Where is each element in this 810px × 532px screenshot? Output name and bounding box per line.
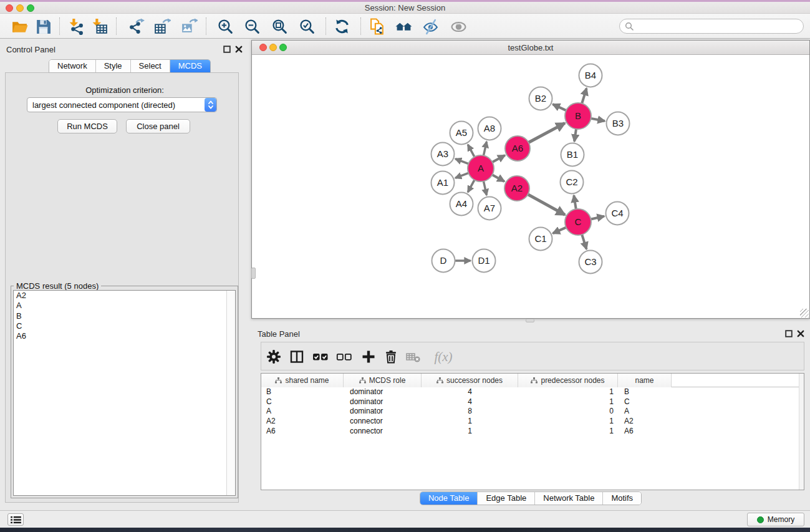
network-document-icon xyxy=(369,18,386,35)
zoom-selected-button[interactable] xyxy=(296,16,318,36)
tab-network-table[interactable]: Network Table xyxy=(534,492,602,505)
select-all-button[interactable] xyxy=(312,349,329,364)
float-table-panel-icon[interactable] xyxy=(785,330,793,337)
graph-edge-A-A7[interactable] xyxy=(483,181,486,195)
graph-edge-B-B4[interactable] xyxy=(582,89,587,104)
zoom-out-button[interactable] xyxy=(241,16,263,36)
zoom-in-button[interactable] xyxy=(214,16,236,36)
graph-edge-A-A1[interactable] xyxy=(455,173,468,178)
delete-table-button[interactable] xyxy=(405,349,422,364)
graph-edge-A6-B[interactable] xyxy=(529,123,565,142)
column-header-predecessor-nodes[interactable]: predecessor nodes xyxy=(518,374,618,387)
criterion-dropdown[interactable]: largest connected component (directed) xyxy=(27,97,217,112)
import-table-button[interactable] xyxy=(88,16,110,36)
graph-node-label: A4 xyxy=(456,198,467,209)
window-title: Session: New Session xyxy=(0,3,810,12)
deselect-all-button[interactable] xyxy=(336,349,352,364)
show-column-button[interactable] xyxy=(289,349,305,364)
graph-edge-A-A2[interactable] xyxy=(492,175,504,181)
network-canvas[interactable]: B4B2BB3A5A8A6B1A3AC2A1A2A4A7C4CC1C3DD1 xyxy=(252,55,809,318)
cell-predecessor-nodes: 0 xyxy=(518,407,618,417)
table-settings-button[interactable] xyxy=(266,349,282,364)
save-icon xyxy=(35,18,52,35)
table-row[interactable]: A2connector11A2 xyxy=(261,417,799,427)
column-header-shared-name[interactable]: shared name xyxy=(261,374,344,387)
network-graph-svg: B4B2BB3A5A8A6B1A3AC2A1A2A4A7C4CC1C3DD1 xyxy=(252,55,809,318)
refresh-button[interactable] xyxy=(330,16,353,36)
left-edge-grip[interactable] xyxy=(251,268,256,279)
tab-node-table[interactable]: Node Table xyxy=(420,492,478,505)
export-table-button[interactable] xyxy=(151,16,173,36)
result-item[interactable]: C xyxy=(14,321,235,331)
table-scrollbar[interactable] xyxy=(799,374,804,490)
tab-motifs[interactable]: Motifs xyxy=(602,492,641,505)
open-session-button[interactable] xyxy=(8,16,31,36)
network-window-titlebar[interactable]: testGlobe.txt xyxy=(252,41,809,55)
export-image-button[interactable] xyxy=(178,16,200,36)
network-document-button[interactable] xyxy=(366,16,388,36)
table-row[interactable]: A6connector11A6 xyxy=(261,427,799,437)
tab-select[interactable]: Select xyxy=(130,60,170,72)
task-history-button[interactable] xyxy=(7,513,24,526)
control-panel: Control Panel NetworkStyleSelectMCDS Opt… xyxy=(0,39,249,510)
memory-button[interactable]: Memory xyxy=(747,513,804,526)
graph-edge-A-A6[interactable] xyxy=(492,155,504,162)
cell-mcds-role: connector xyxy=(344,427,422,437)
table-tabs-row: Node TableEdge TableNetwork TableMotifs xyxy=(251,491,810,505)
control-panel-title: Control Panel xyxy=(6,45,55,54)
graph-edge-B-B2[interactable] xyxy=(552,104,566,110)
save-session-button[interactable] xyxy=(32,16,54,36)
column-header-mcds-role[interactable]: MCDS role xyxy=(344,374,422,387)
close-panel-button[interactable]: Close panel xyxy=(126,119,190,133)
tab-style[interactable]: Style xyxy=(95,60,130,72)
search-icon xyxy=(625,22,634,31)
tab-network[interactable]: Network xyxy=(49,60,95,72)
column-header-successor-nodes[interactable]: successor nodes xyxy=(422,374,518,387)
home-button[interactable] xyxy=(392,16,415,36)
graph-edge-B-B1[interactable] xyxy=(574,129,576,142)
delete-column-button[interactable] xyxy=(383,349,399,364)
add-column-button[interactable] xyxy=(360,349,377,364)
graph-edge-A2-C[interactable] xyxy=(528,195,565,215)
show-view-button[interactable] xyxy=(447,16,470,36)
export-network-button[interactable] xyxy=(125,16,147,36)
graph-edge-C-C2[interactable] xyxy=(574,195,576,209)
import-network-button[interactable] xyxy=(64,16,87,36)
zoom-fit-button[interactable] xyxy=(268,16,291,36)
dropdown-spinner-icon xyxy=(205,98,216,112)
import-network-icon xyxy=(67,18,84,35)
tab-edge-table[interactable]: Edge Table xyxy=(477,492,534,505)
function-builder-button[interactable]: f(x) xyxy=(431,349,456,364)
close-panel-icon[interactable] xyxy=(235,46,243,53)
column-header-name[interactable]: name xyxy=(618,374,672,387)
status-bar: Memory xyxy=(0,510,810,528)
float-panel-icon[interactable] xyxy=(223,46,231,53)
splitter-grip[interactable] xyxy=(526,319,534,322)
run-mcds-button[interactable]: Run MCDS xyxy=(57,119,117,133)
graph-edge-A-A3[interactable] xyxy=(455,159,468,164)
delete-table-icon xyxy=(405,349,422,364)
result-scrollbar[interactable] xyxy=(226,291,235,495)
close-table-panel-icon[interactable] xyxy=(797,330,804,337)
table-row[interactable]: Adominator80A xyxy=(261,407,799,417)
graph-edge-A-A8[interactable] xyxy=(483,142,486,155)
tab-mcds[interactable]: MCDS xyxy=(170,60,210,72)
hide-view-button[interactable] xyxy=(419,16,441,36)
graph-edge-A-A5[interactable] xyxy=(468,145,475,157)
resize-grip[interactable] xyxy=(800,309,809,317)
graph-edge-B-B3[interactable] xyxy=(591,118,605,121)
result-item[interactable]: A6 xyxy=(14,331,235,341)
search-input[interactable] xyxy=(637,21,798,31)
graph-node-label: B2 xyxy=(535,93,546,104)
graph-edge-C-C3[interactable] xyxy=(582,235,586,249)
result-item[interactable]: A xyxy=(14,301,235,311)
graph-edge-C-C1[interactable] xyxy=(553,228,566,234)
result-item[interactable]: B xyxy=(14,311,235,321)
table-row[interactable]: Cdominator41C xyxy=(261,397,799,407)
result-item[interactable]: A2 xyxy=(14,291,235,301)
table-row[interactable]: Bdominator41B xyxy=(261,387,799,397)
graph-node-label: C4 xyxy=(611,208,623,218)
graph-edge-A-A4[interactable] xyxy=(468,180,475,192)
search-box[interactable] xyxy=(619,19,804,34)
graph-edge-C-C4[interactable] xyxy=(591,216,604,220)
